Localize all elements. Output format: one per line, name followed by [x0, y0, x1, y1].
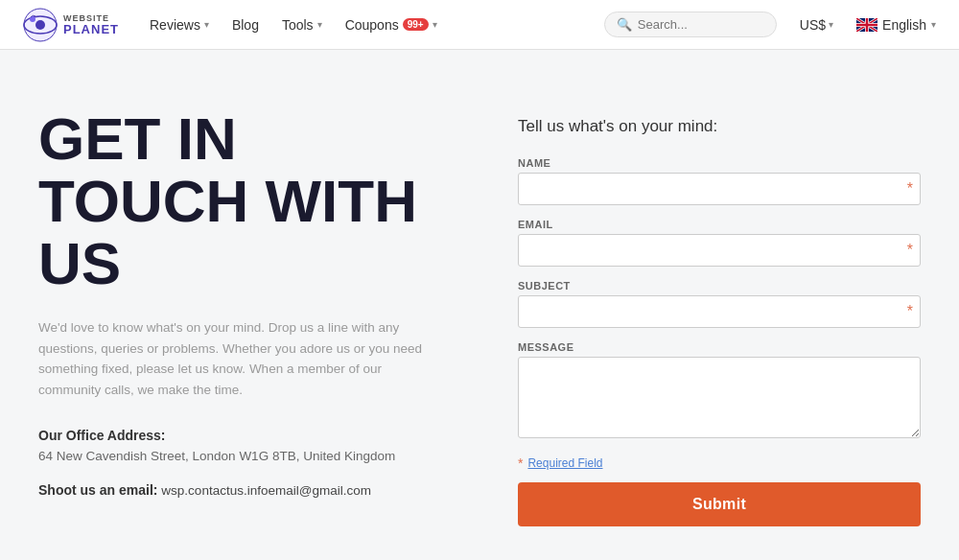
svg-point-2: [35, 20, 45, 30]
email-label: EMAIL: [518, 219, 921, 230]
left-panel: GET IN TOUCH WITH US We'd love to know w…: [0, 50, 499, 560]
chevron-down-icon: ▾: [931, 19, 936, 30]
email-link[interactable]: wsp.contactus.infoemail@gmail.com: [161, 483, 371, 498]
language-selector[interactable]: English ▾: [856, 17, 936, 33]
form-title: Tell us what's on your mind:: [518, 117, 921, 136]
page-title: GET IN TOUCH WITH US: [38, 107, 460, 294]
chevron-down-icon: ▾: [204, 19, 209, 30]
page-description: We'd love to know what's on your mind. D…: [38, 317, 441, 400]
email-section: Shoot us an email: wsp.contactus.infoema…: [38, 482, 460, 498]
submit-button[interactable]: Submit: [518, 482, 921, 526]
required-note: * Required Field: [518, 455, 921, 471]
chevron-down-icon: ▾: [433, 19, 437, 30]
right-panel: Tell us what's on your mind: NAME * EMAI…: [499, 50, 959, 560]
currency-label: US$: [800, 17, 826, 33]
message-label: MESSAGE: [518, 341, 921, 353]
nav-tools[interactable]: Tools ▾: [282, 17, 322, 33]
logo-icon: [23, 8, 58, 42]
subject-input[interactable]: [518, 295, 921, 328]
logo-line2: PLANET: [63, 23, 119, 35]
main-content: GET IN TOUCH WITH US We'd love to know w…: [0, 50, 959, 560]
language-label: English: [882, 17, 926, 33]
email-input[interactable]: [518, 234, 921, 267]
nav-blog[interactable]: Blog: [232, 17, 259, 33]
subject-field-group: SUBJECT *: [518, 280, 921, 328]
name-label: NAME: [518, 157, 921, 169]
search-bar[interactable]: 🔍: [604, 12, 777, 37]
office-address-label: Our Office Address:: [38, 428, 460, 443]
nav-coupons[interactable]: Coupons 99+ ▾: [345, 17, 437, 33]
office-address-value: 64 New Cavendish Street, London W1G 8TB,…: [38, 449, 460, 463]
chevron-down-icon: ▾: [829, 19, 833, 30]
message-textarea[interactable]: [518, 357, 921, 438]
message-field-group: MESSAGE: [518, 341, 921, 442]
required-star: *: [518, 455, 523, 471]
logo[interactable]: WEBSITE PLANET: [23, 8, 119, 42]
navbar: WEBSITE PLANET Reviews ▾ Blog Tools ▾ Co…: [0, 0, 959, 50]
name-input[interactable]: [518, 173, 921, 205]
uk-flag-icon: [856, 18, 877, 32]
name-field-group: NAME *: [518, 157, 921, 205]
search-icon: 🔍: [617, 17, 632, 32]
email-field-group: EMAIL *: [518, 219, 921, 267]
currency-selector[interactable]: US$ ▾: [800, 17, 833, 33]
search-input[interactable]: [638, 17, 764, 32]
coupons-badge: 99+: [403, 18, 429, 31]
chevron-down-icon: ▾: [317, 19, 322, 30]
required-label: Required Field: [527, 456, 602, 470]
nav-reviews[interactable]: Reviews ▾: [150, 17, 209, 33]
subject-label: SUBJECT: [518, 280, 921, 292]
